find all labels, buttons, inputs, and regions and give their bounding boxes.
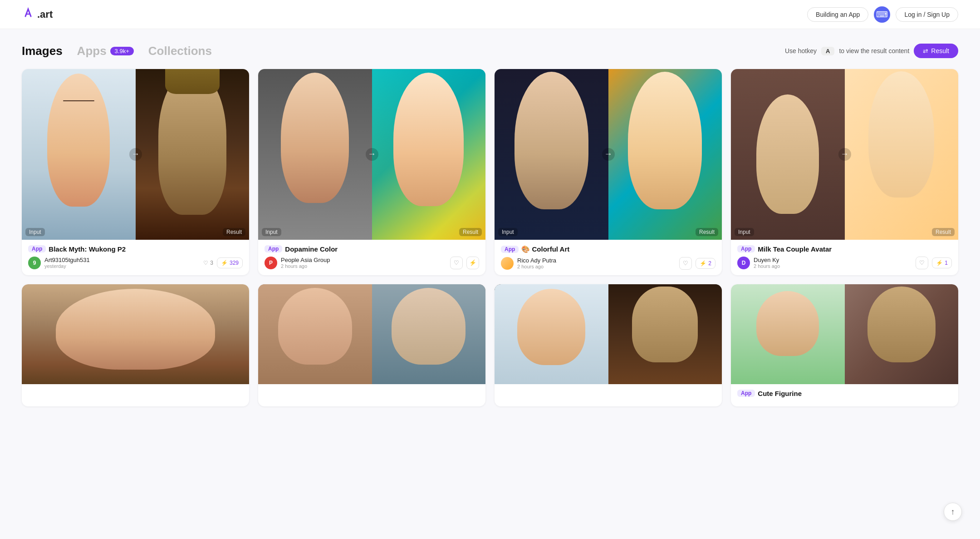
- author-time-colorful: 2 hours ago: [517, 264, 556, 269]
- card-cute-image[interactable]: [731, 284, 958, 384]
- arrow-icon-milktea: →: [838, 148, 851, 161]
- app-tag-wukong: App: [28, 245, 46, 252]
- discord-button[interactable]: ⌨: [874, 6, 890, 23]
- card-cute-app-label: App Cute Figurine: [737, 390, 952, 397]
- card-dopamine-image[interactable]: Input → Result: [258, 69, 485, 240]
- card-wukong-result: Result: [136, 69, 250, 240]
- image-grid: Input → Result App Black Myth: Wukong P2: [0, 58, 980, 425]
- login-button[interactable]: Log in / Sign Up: [896, 7, 958, 22]
- card-colorful-info: App 🎨 Colorful Art Rico Ady Putra 2 hour…: [495, 240, 722, 275]
- logo[interactable]: .art: [22, 6, 53, 22]
- result-icon: ⇄: [923, 47, 928, 54]
- card-dopamine-input: Input: [258, 69, 372, 240]
- app-name-dopamine: Dopamine Color: [285, 245, 338, 253]
- card-milktea-result: Result: [845, 69, 959, 240]
- card-colorful-result: Result: [608, 69, 722, 240]
- discord-icon: ⌨: [876, 10, 888, 20]
- card-milktea-meta: D Duyen Ky 2 hours ago ♡ ⚡ 1: [737, 257, 952, 269]
- input-label-dopamine: Input: [262, 228, 281, 236]
- remix-icon-milktea: ⚡: [936, 260, 943, 266]
- result-button[interactable]: ⇄ Result: [914, 44, 958, 58]
- author-name-wukong: Art93105tguh531: [44, 257, 90, 263]
- card-cute-info: App Cute Figurine: [731, 384, 958, 406]
- card-milktea-image[interactable]: Input → Result: [731, 69, 958, 240]
- arrow-icon-wukong: →: [129, 148, 142, 161]
- arrow-icon-dopamine: →: [366, 148, 378, 161]
- card-colorful-actions: ♡ ⚡ 2: [679, 257, 715, 270]
- input-label-wukong: Input: [25, 228, 45, 236]
- heart-icon-colorful[interactable]: ♡: [679, 257, 692, 270]
- remix-icon-dopamine[interactable]: ⚡: [466, 257, 479, 269]
- card-colorful-image[interactable]: Input → Result: [495, 69, 722, 240]
- app-name-colorful: 🎨 Colorful Art: [521, 245, 569, 253]
- tab-images-label: Images: [22, 44, 63, 58]
- card-africa: [258, 284, 485, 406]
- card-milktea-input: Input: [731, 69, 845, 240]
- author-name-dopamine: People Asia Group: [281, 257, 330, 263]
- card-colorful: Input → Result App 🎨 Colorful Art Rico A…: [495, 69, 722, 275]
- avatar-milktea: D: [737, 257, 750, 269]
- author-time-wukong: yesterday: [44, 263, 90, 269]
- app-tag-milktea: App: [737, 245, 755, 252]
- result-label-milktea: Result: [932, 228, 955, 236]
- heart-icon-dopamine[interactable]: ♡: [450, 257, 463, 269]
- remix-icon-colorful: ⚡: [700, 260, 706, 267]
- hotkey-text: Use hotkey: [785, 47, 817, 54]
- card-dopamine-author: P People Asia Group 2 hours ago: [265, 257, 330, 269]
- card-wukong-actions: ♡ 3 ⚡ 329: [203, 257, 243, 268]
- logo-text: .art: [37, 9, 53, 20]
- heart-icon-wukong: ♡: [203, 260, 208, 266]
- card-milktea-info: App Milk Tea Couple Avatar D Duyen Ky 2 …: [731, 240, 958, 275]
- building-app-button[interactable]: Building an App: [807, 7, 868, 22]
- nav-area: Images Apps 3.9k+ Collections Use hotkey…: [0, 29, 980, 58]
- arrow-icon-colorful: →: [602, 148, 615, 161]
- author-name-milktea: Duyen Ky: [754, 257, 780, 263]
- tab-apps[interactable]: Apps 3.9k+: [77, 44, 134, 58]
- author-time-dopamine: 2 hours ago: [281, 263, 330, 269]
- card-wukong-app-label: App Black Myth: Wukong P2: [28, 245, 243, 253]
- card-girl-image[interactable]: [22, 284, 249, 384]
- card-wukong-info: App Black Myth: Wukong P2 9 Art93105tguh…: [22, 240, 249, 275]
- author-name-colorful: Rico Ady Putra: [517, 257, 556, 264]
- card-milktea-app-label: App Milk Tea Couple Avatar: [737, 245, 952, 253]
- avatar-colorful: [501, 257, 514, 270]
- card-colorful-author: Rico Ady Putra 2 hours ago: [501, 257, 556, 270]
- card-wukong2-image[interactable]: [495, 284, 722, 384]
- app-tag-colorful: App: [501, 246, 519, 253]
- avatar-dopamine: P: [265, 257, 277, 269]
- result-label-wukong: Result: [223, 228, 245, 236]
- nav-tabs: Images Apps 3.9k+ Collections: [22, 44, 212, 58]
- card-dopamine: Input → Result App Dopamine Color P: [258, 69, 485, 275]
- card-girl: [22, 284, 249, 406]
- card-milktea: Input → Result App Milk Tea Couple Avata…: [731, 69, 958, 275]
- card-wukong-input: Input: [22, 69, 136, 240]
- tab-apps-label: Apps: [77, 44, 107, 58]
- input-label-milktea: Input: [735, 228, 754, 236]
- app-tag-cute: App: [737, 390, 755, 397]
- likes-wukong: ♡ 3: [203, 260, 213, 266]
- avatar-wukong: 9: [28, 257, 41, 269]
- tab-images[interactable]: Images: [22, 44, 63, 58]
- result-label: Result: [931, 47, 949, 54]
- remix-icon-wukong: ⚡: [221, 260, 228, 266]
- tab-collections[interactable]: Collections: [148, 44, 212, 58]
- result-label-dopamine: Result: [459, 228, 482, 236]
- app-name-wukong: Black Myth: Wukong P2: [49, 245, 126, 253]
- card-dopamine-meta: P People Asia Group 2 hours ago ♡ ⚡: [265, 257, 479, 269]
- remix-count-colorful[interactable]: ⚡ 2: [696, 258, 715, 269]
- card-wukong-image[interactable]: Input → Result: [22, 69, 249, 240]
- heart-icon-milktea[interactable]: ♡: [916, 257, 928, 269]
- card-milktea-author: D Duyen Ky 2 hours ago: [737, 257, 780, 269]
- remix-count-milktea[interactable]: ⚡ 1: [932, 257, 952, 268]
- remix-count-wukong[interactable]: ⚡ 329: [217, 257, 243, 268]
- card-colorful-meta: Rico Ady Putra 2 hours ago ♡ ⚡ 2: [501, 257, 715, 270]
- header-actions: Building an App ⌨ Log in / Sign Up: [807, 6, 958, 23]
- card-wukong: Input → Result App Black Myth: Wukong P2: [22, 69, 249, 275]
- card-dopamine-result: Result: [372, 69, 486, 240]
- header: .art Building an App ⌨ Log in / Sign Up: [0, 0, 980, 29]
- app-name-cute: Cute Figurine: [758, 390, 802, 397]
- card-colorful-app-label: App 🎨 Colorful Art: [501, 245, 715, 253]
- card-africa-image[interactable]: [258, 284, 485, 384]
- tab-collections-label: Collections: [148, 44, 212, 58]
- hotkey-area: Use hotkey A to view the result content …: [785, 44, 958, 58]
